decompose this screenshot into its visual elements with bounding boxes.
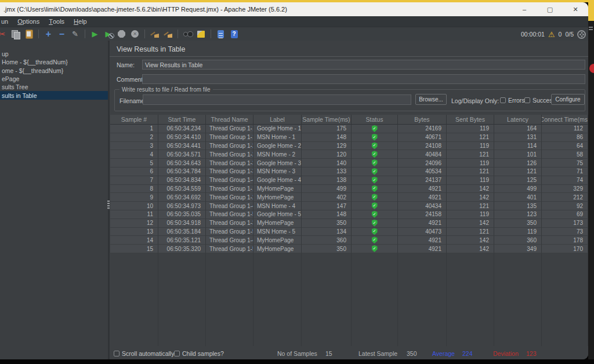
background-bottom-strip: [0, 359, 594, 364]
search-reset-icon[interactable]: [196, 29, 206, 39]
table-row[interactable]: 506:50:34.643Thread Group 1-3Google Home…: [110, 159, 588, 168]
table-cell: 8: [110, 185, 158, 194]
column-header[interactable]: Label: [253, 115, 302, 125]
column-header[interactable]: Latency: [494, 115, 542, 125]
menu-item-options[interactable]: Options: [13, 16, 44, 27]
table-row[interactable]: 1506:50:35.320Thread Group 1-5MyHomePage…: [110, 245, 588, 253]
grid-column: [352, 253, 398, 346]
status-success-icon: ✓: [372, 134, 378, 141]
tree-item[interactable]: sults in Table: [0, 91, 108, 99]
tree-item[interactable]: up: [0, 50, 108, 58]
search-icon[interactable]: [183, 29, 193, 39]
table-cell: 24158: [398, 210, 447, 219]
remote-start-icon[interactable]: [577, 30, 586, 39]
table-cell: 175: [302, 125, 352, 133]
tree-item[interactable]: ome - ${__threadNum}: [0, 67, 108, 75]
table-row[interactable]: 206:50:34.410Thread Group 1-1MSN Home - …: [110, 133, 588, 142]
table-row[interactable]: 806:50:34.559Thread Group 1-1MyHomePage4…: [110, 185, 588, 194]
menu-item-un[interactable]: un: [0, 16, 13, 27]
table-row[interactable]: 706:50:34.834Thread Group 1-4Google Home…: [110, 176, 588, 185]
table-cell: 350: [302, 245, 352, 253]
edit-icon[interactable]: ✎: [70, 29, 80, 39]
column-header[interactable]: Status: [352, 115, 398, 125]
clear-icon[interactable]: [150, 29, 160, 39]
browse-button[interactable]: Browse...: [415, 94, 447, 105]
column-header[interactable]: Sample Time(ms): [302, 115, 352, 125]
child-samples-group: Child samples?: [174, 350, 224, 357]
configure-button[interactable]: Configure: [551, 94, 585, 105]
table-cell: ✓: [352, 245, 398, 253]
table-row[interactable]: 1306:50:35.184Thread Group 1-5MSN Home -…: [110, 228, 588, 236]
errors-checkbox[interactable]: [500, 97, 506, 103]
start-icon[interactable]: ▶: [90, 29, 100, 39]
table-cell: Thread Group 1-4: [206, 176, 253, 185]
table-row[interactable]: 306:50:34.441Thread Group 1-2Google Home…: [110, 142, 588, 151]
column-header[interactable]: Bytes: [398, 115, 447, 125]
table-cell: 119: [494, 228, 542, 236]
table-row[interactable]: 1006:50:34.973Thread Group 1-4MSN Home -…: [110, 202, 588, 210]
name-input[interactable]: [142, 60, 585, 70]
table-cell: ✓: [352, 219, 398, 228]
table-cell: Thread Group 1-3: [206, 219, 253, 228]
table-cell: 164: [494, 125, 542, 133]
scroll-automatically-checkbox[interactable]: [114, 351, 119, 356]
toolbar-icons: ✂+−✎▶▶: [0, 29, 239, 39]
titlebar[interactable]: .jmx (C:\Users\limik\Downloads\apache-jm…: [0, 2, 588, 16]
cut-icon[interactable]: ✂: [0, 29, 7, 39]
table-cell: 349: [494, 245, 542, 253]
table-cell: Thread Group 1-3: [206, 168, 253, 176]
column-header[interactable]: Sample #: [110, 115, 158, 125]
table-row[interactable]: 106:50:34.234Thread Group 1-1Google Home…: [110, 125, 588, 133]
tree-item[interactable]: sults Tree: [0, 83, 108, 91]
start-no-pauses-icon[interactable]: ▶: [103, 29, 113, 39]
close-button[interactable]: ✕: [563, 2, 588, 16]
tree-item[interactable]: Home - ${__threadNum}: [0, 58, 108, 66]
table-cell: Google Home - 2: [253, 142, 302, 151]
filename-input[interactable]: [143, 94, 411, 105]
add-icon[interactable]: +: [44, 29, 53, 39]
table-cell: 15: [110, 245, 158, 253]
table-row[interactable]: 606:50:34.784Thread Group 1-3MSN Home - …: [110, 168, 588, 176]
table-row[interactable]: 1406:50:35.121Thread Group 1-4MyHomePage…: [110, 236, 588, 245]
table-cell: 131: [494, 133, 542, 142]
warning-icon[interactable]: ⚠: [548, 30, 555, 39]
copy-icon[interactable]: [10, 29, 20, 39]
tree-item[interactable]: ePage: [0, 75, 108, 83]
table-cell: 06:50:35.035: [158, 210, 206, 219]
menu-item-help[interactable]: Help: [69, 16, 92, 27]
table-row[interactable]: 1106:50:35.035Thread Group 1-5Google Hom…: [110, 210, 588, 219]
table-cell: 6: [110, 168, 158, 176]
minimize-button[interactable]: –: [512, 2, 537, 16]
child-samples-checkbox[interactable]: [174, 351, 180, 356]
errors-checkbox-group: Errors: [500, 97, 525, 104]
status-success-icon: ✓: [372, 142, 378, 149]
table-cell: MSN Home - 3: [253, 168, 302, 176]
table-cell: 123: [494, 210, 542, 219]
column-header[interactable]: Start Time: [158, 115, 206, 125]
status-success-icon: ✓: [372, 185, 378, 192]
function-helper-icon[interactable]: [216, 29, 226, 39]
column-header[interactable]: Connect Time(ms): [542, 115, 588, 125]
status-success-icon: ✓: [372, 228, 378, 235]
maximize-button[interactable]: ▢: [537, 2, 563, 16]
paste-icon[interactable]: [24, 29, 34, 39]
table-cell: 142: [447, 219, 494, 228]
grid-column: [110, 253, 158, 346]
table-row[interactable]: 1206:50:34.918Thread Group 1-3MyHomePage…: [110, 219, 588, 228]
shutdown-icon[interactable]: [130, 29, 140, 39]
stop-icon[interactable]: [117, 29, 126, 39]
remove-icon[interactable]: −: [57, 29, 67, 39]
successes-checkbox[interactable]: [524, 97, 530, 103]
table-cell: 148: [302, 133, 352, 142]
table-cell: 134: [302, 228, 352, 236]
column-header[interactable]: Thread Name: [206, 115, 253, 125]
table-row[interactable]: 906:50:34.692Thread Group 1-2MyHomePage4…: [110, 193, 588, 202]
comments-input[interactable]: [142, 74, 585, 84]
menu-item-tools[interactable]: Tools: [44, 16, 69, 27]
status-success-icon: ✓: [372, 194, 378, 201]
table-row[interactable]: 406:50:34.571Thread Group 1-2MSN Home - …: [110, 150, 588, 159]
column-header[interactable]: Sent Bytes: [447, 115, 494, 125]
table-cell: 360: [302, 236, 352, 245]
clear-all-icon[interactable]: [163, 29, 173, 39]
help-icon[interactable]: [229, 29, 239, 39]
